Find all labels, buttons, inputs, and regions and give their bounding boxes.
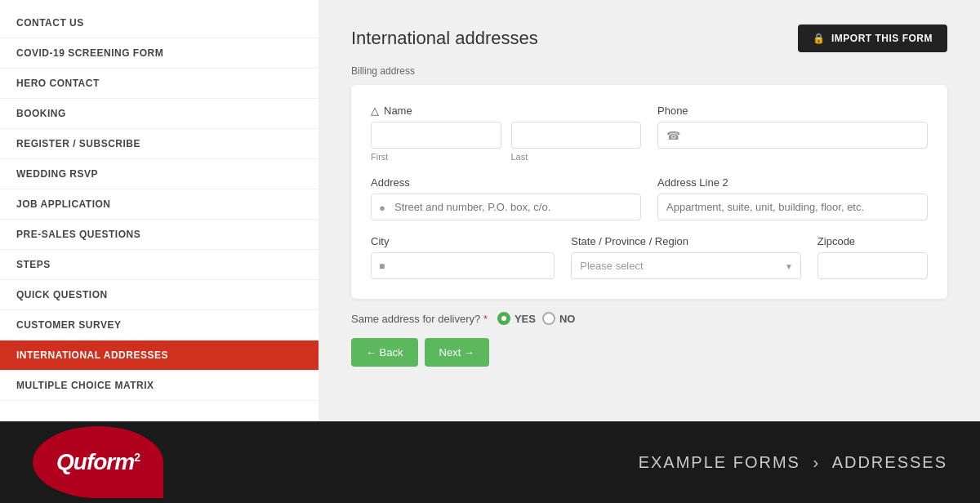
sidebar-item-hero-contact[interactable]: HERO CONTACT [0, 69, 318, 99]
address-label: Address [371, 176, 641, 189]
content-area: International addresses 🔒 IMPORT THIS FO… [318, 0, 980, 421]
city-field: City ■ [371, 235, 555, 279]
first-name-field: First [371, 122, 501, 162]
phone-label: Phone [657, 105, 928, 117]
address-input-wrap: ● [371, 194, 641, 220]
page-title: International addresses [351, 28, 538, 49]
phone-icon: ☎ [666, 129, 680, 142]
buttons-row: ← Back Next → [351, 338, 947, 367]
phone-input[interactable] [680, 122, 919, 148]
city-state-row: City ■ State / Province / Region Please … [371, 235, 928, 279]
name-label: △ Name [371, 105, 641, 117]
first-label: First [371, 152, 501, 162]
toggle-no-circle [542, 312, 555, 325]
name-field-group: △ Name First Last [371, 105, 641, 162]
logo-text: Quform2 [56, 449, 140, 475]
sidebar-item-register-subscribe[interactable]: REGISTER / SUBSCRIBE [0, 129, 318, 159]
footer: Quform2 EXAMPLE FORMS › ADDRESSES [0, 421, 980, 503]
sidebar-item-job-application[interactable]: JOB APPLICATION [0, 189, 318, 220]
delivery-label: Same address for delivery? * [351, 313, 488, 325]
toggle-no-label: NO [559, 313, 576, 325]
address2-label: Address Line 2 [657, 176, 928, 189]
last-name-input[interactable] [511, 122, 642, 149]
address-row: Address ● Address Line 2 [371, 176, 928, 220]
toggle-yes-option[interactable]: YES [497, 312, 536, 325]
sidebar-item-steps[interactable]: STEPS [0, 250, 318, 280]
state-select-wrap: Please select ▼ [571, 252, 801, 279]
sidebar-item-quick-question[interactable]: QUICK QUESTION [0, 280, 318, 310]
footer-right: EXAMPLE FORMS › ADDRESSES [351, 453, 947, 472]
toggle-group: YES NO [497, 312, 576, 325]
city-label: City [371, 235, 555, 247]
last-name-field: Last [511, 122, 642, 162]
sidebar-item-booking[interactable]: BOOKING [0, 99, 318, 129]
sidebar-item-contact-us[interactable]: CONTACT US [0, 8, 318, 38]
form-card: △ Name First Last [351, 85, 947, 299]
sidebar-item-covid-screening[interactable]: COVID-19 SCREENING FORM [0, 38, 318, 69]
next-button[interactable]: Next → [425, 338, 489, 367]
building-icon: ■ [379, 260, 385, 272]
name-inputs: First Last [371, 122, 641, 162]
toggle-no-option[interactable]: NO [542, 312, 576, 325]
address-input[interactable] [371, 194, 641, 220]
sidebar-item-wedding-rsvp[interactable]: WEDDING RSVP [0, 159, 318, 189]
sidebar-item-multiple-choice-matrix[interactable]: MULTIPLE CHOICE MATRIX [0, 371, 318, 401]
city-input-wrap: ■ [371, 252, 555, 279]
sidebar: CONTACT USCOVID-19 SCREENING FORMHERO CO… [0, 0, 318, 421]
import-button[interactable]: 🔒 IMPORT THIS FORM [798, 24, 948, 52]
last-label: Last [511, 152, 642, 162]
sidebar-item-international-addresses[interactable]: INTERNATIONAL ADDRESSES [0, 341, 318, 371]
state-select[interactable]: Please select [571, 252, 801, 279]
footer-logo-area: Quform2 [33, 426, 351, 498]
back-button[interactable]: ← Back [351, 338, 418, 367]
first-name-input[interactable] [371, 122, 501, 149]
address2-field: Address Line 2 [657, 176, 928, 220]
person-icon: △ [371, 105, 379, 117]
breadcrumb: EXAMPLE FORMS › ADDRESSES [639, 453, 947, 472]
address2-input[interactable] [657, 194, 928, 220]
address-field: Address ● [371, 176, 641, 220]
required-indicator: * [483, 313, 488, 325]
toggle-yes-label: YES [514, 313, 536, 325]
sidebar-item-pre-sales-questions[interactable]: PRE-SALES QUESTIONS [0, 220, 318, 250]
sidebar-item-customer-survey[interactable]: CUSTOMER SURVEY [0, 310, 318, 341]
phone-field-group: Phone ☎ [657, 105, 928, 162]
content-header: International addresses 🔒 IMPORT THIS FO… [351, 24, 947, 52]
lock-icon: 🔒 [813, 33, 826, 44]
state-label: State / Province / Region [571, 235, 801, 247]
breadcrumb-arrow: › [813, 453, 821, 471]
city-input[interactable] [371, 252, 555, 279]
section-label: Billing address [351, 65, 947, 77]
logo-bubble: Quform2 [33, 426, 163, 498]
state-field: State / Province / Region Please select … [571, 235, 801, 279]
name-phone-row: △ Name First Last [371, 105, 928, 162]
delivery-row: Same address for delivery? * YES NO [351, 312, 947, 325]
toggle-yes-circle [497, 312, 510, 325]
pin-icon: ● [379, 201, 385, 213]
zip-input[interactable] [817, 252, 928, 279]
zip-field: Zipcode [817, 235, 928, 279]
zip-label: Zipcode [817, 235, 928, 247]
